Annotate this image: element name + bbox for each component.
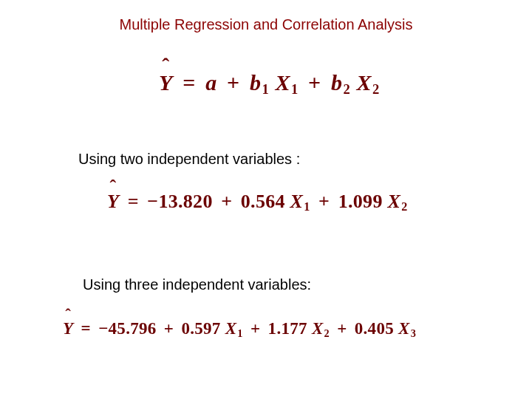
- var-x2-sub: 2: [400, 200, 407, 213]
- var-x3-sub: 3: [410, 327, 416, 339]
- var-x2-sub: 2: [372, 81, 380, 97]
- coef-2-value: 1.099: [338, 191, 383, 212]
- y-hat: Y: [159, 70, 173, 95]
- coef-3-value: 0.405: [355, 319, 394, 338]
- var-x1: X: [225, 319, 237, 338]
- coef-1-value: 0.597: [181, 319, 220, 338]
- plus-sign: +: [315, 191, 332, 212]
- var-x1-sub: 1: [303, 200, 310, 213]
- var-x2: X: [356, 70, 372, 95]
- equation-two-vars: Y = −13.820 + 0.564 X1 + 1.099 X2: [107, 191, 408, 214]
- equals-sign: =: [124, 191, 142, 212]
- caption-three-vars: Using three independent variables:: [83, 276, 311, 293]
- intercept-value: −45.796: [98, 319, 156, 338]
- coef-b2: b: [331, 70, 343, 95]
- y-hat: Y: [107, 191, 119, 213]
- caption-two-vars: Using two independent variables :: [78, 151, 300, 168]
- equals-sign: =: [179, 70, 200, 95]
- var-x2-sub: 2: [324, 327, 330, 339]
- var-x1-sub: 1: [290, 81, 299, 97]
- slide-title: Multiple Regression and Correlation Anal…: [0, 16, 532, 33]
- y-hat: Y: [63, 319, 73, 338]
- plus-sign: +: [304, 70, 325, 95]
- equals-sign: =: [78, 319, 94, 338]
- plus-sign: +: [161, 319, 177, 338]
- coef-b1-sub: 1: [262, 81, 270, 97]
- coef-b2-sub: 2: [343, 81, 351, 97]
- plus-sign: +: [218, 191, 236, 212]
- var-x2: X: [312, 319, 324, 338]
- intercept-symbol: a: [205, 70, 217, 95]
- coef-1-value: 0.564: [241, 191, 285, 212]
- intercept-value: −13.820: [147, 191, 212, 212]
- var-x1: X: [275, 70, 290, 95]
- var-x2: X: [388, 191, 401, 212]
- plus-sign: +: [223, 70, 244, 95]
- plus-sign: +: [334, 319, 350, 338]
- equation-three-vars: Y = −45.796 + 0.597 X1 + 1.177 X2 + 0.40…: [63, 319, 416, 340]
- plus-sign: +: [248, 319, 264, 338]
- coef-2-value: 1.177: [268, 319, 307, 338]
- slide: Multiple Regression and Correlation Anal…: [0, 0, 532, 399]
- var-x1: X: [290, 191, 304, 212]
- var-x1-sub: 1: [236, 327, 242, 339]
- coef-b1: b: [250, 70, 262, 95]
- var-x3: X: [398, 319, 410, 338]
- equation-general: Y = a + b1 X1 + b2 X2: [159, 70, 380, 98]
